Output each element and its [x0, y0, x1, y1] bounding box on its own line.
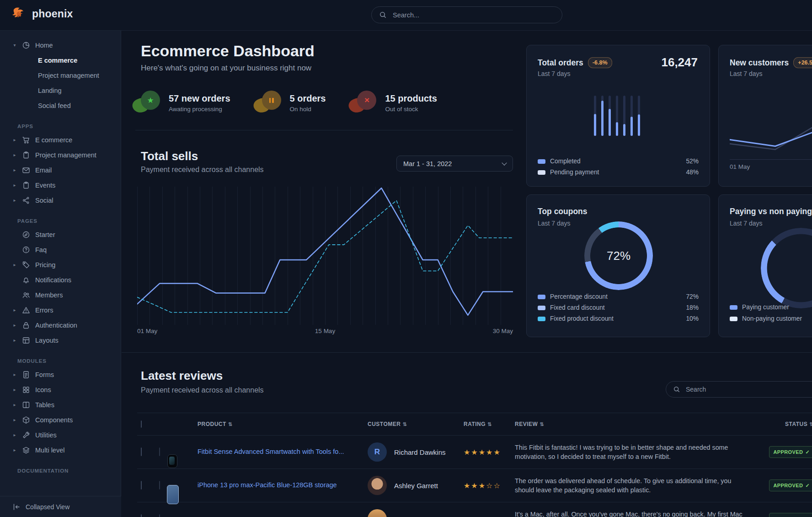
brand-name: phoenix — [32, 8, 73, 20]
legend-paying-customer: Paying customer — [730, 304, 789, 311]
row-checkbox[interactable] — [141, 514, 142, 517]
row-checkbox[interactable] — [141, 447, 142, 456]
chevron-right-icon: ▸ — [12, 432, 17, 437]
tag-icon — [22, 261, 30, 269]
sidebar-item-utilities[interactable]: ▸ Utilities — [0, 427, 121, 442]
card-period: Last 7 days — [730, 70, 763, 77]
chevron-right-icon: ▸ — [12, 137, 17, 142]
sidebar-item-notifications[interactable]: Notifications — [0, 272, 121, 287]
sidebar-item-e-commerce-dashboard[interactable]: E commerce — [0, 53, 121, 68]
reviews-search-input[interactable] — [685, 385, 812, 393]
card-title: Paying vs non paying — [730, 207, 812, 216]
bell-icon — [22, 276, 30, 284]
sidebar-item-layouts[interactable]: ▸ Layouts — [0, 333, 121, 348]
reviews-search[interactable] — [666, 381, 812, 398]
product-link[interactable]: Fitbit Sense Advanced Smartwatch with To… — [198, 447, 368, 457]
sort-icon: ⇅ — [402, 421, 407, 427]
sidebar-item-social[interactable]: ▸ Social — [0, 193, 121, 208]
date-range-select[interactable]: Mar 1 - 31, 2022 — [396, 156, 513, 172]
sidebar-item-multi-level[interactable]: ▸ Multi level — [0, 442, 121, 458]
paying-donut-chart — [761, 228, 812, 308]
column-header-customer[interactable]: CUSTOMER⇅ — [368, 421, 464, 427]
sidebar-item-home[interactable]: ▾ Home — [0, 38, 121, 53]
sidebar-item-starter[interactable]: Starter — [0, 227, 121, 242]
ecommerce-dashboard-app: { "brand": {"name": "phoenix"}, "topnav"… — [0, 0, 812, 517]
legend-pending: Pending payment 48% — [538, 169, 699, 176]
stat-caption: On hold — [290, 106, 326, 113]
sidebar-item-members[interactable]: Members — [0, 287, 121, 302]
sidebar-item-label: Faq — [35, 246, 47, 253]
stat-out-of-stock: × 15 products Out of stock — [355, 91, 437, 114]
sidebar-item-project-management-app[interactable]: ▸ Project management — [0, 147, 121, 162]
sidebar-item-events[interactable]: ▸ Events — [0, 178, 121, 193]
clipboard-icon — [22, 181, 30, 189]
top-coupons-card: Top coupons Last 7 days 72% Percentage d… — [526, 194, 710, 337]
rating-stars: ★★★★★ — [464, 448, 515, 457]
collapse-sidebar-button[interactable]: Collapsed View — [0, 496, 121, 517]
stat-caption: Awating processing — [169, 106, 230, 113]
mail-icon — [22, 166, 30, 174]
brand[interactable]: phoenix — [12, 6, 73, 21]
sidebar-item-ecommerce-app[interactable]: ▸ E commerce — [0, 132, 121, 147]
row-checkbox[interactable] — [141, 481, 142, 490]
avatar[interactable] — [368, 476, 387, 495]
chevron-right-icon: ▸ — [12, 338, 17, 343]
column-header-review[interactable]: REVIEW⇅ — [515, 421, 765, 427]
sidebar-item-social-feed[interactable]: Social feed — [0, 98, 121, 113]
sidebar-item-authentication[interactable]: ▸ Authentication — [0, 318, 121, 333]
product-thumbnail-fitbit[interactable] — [159, 447, 160, 456]
column-header-product[interactable]: PRODUCT⇅ — [198, 421, 368, 427]
global-search[interactable] — [371, 6, 562, 23]
sidebar-item-faq[interactable]: Faq — [0, 242, 121, 257]
column-header-rating[interactable]: RATING⇅ — [464, 421, 515, 427]
x-tick: 15 May — [315, 328, 335, 334]
sidebar-item-label: Authentication — [35, 322, 77, 329]
review-text: This Fitbit is fantastic! I was trying t… — [515, 443, 765, 461]
product-link[interactable]: iPhone 13 pro max-Pacific Blue-128GB sto… — [198, 481, 368, 490]
sidebar-item-errors[interactable]: ▸ Errors — [0, 302, 121, 318]
sidebar-item-tables[interactable]: ▸ Tables — [0, 397, 121, 412]
donut-center-value: 72% — [584, 221, 653, 290]
sidebar: ▾ Home E commerce Project management Lan… — [0, 30, 121, 517]
legend-fixed-product-discount: Fixed product discount 10% — [538, 315, 699, 322]
sidebar-section-apps: APPS — [0, 124, 121, 129]
sidebar-item-label: Home — [35, 42, 53, 49]
sidebar-item-label: Forms — [35, 371, 54, 378]
sidebar-item-components[interactable]: ▸ Components — [0, 412, 121, 427]
paying-vs-non-paying-card: Paying vs non paying Last 7 days Paying … — [718, 194, 812, 337]
trend-badge: -6.8% — [588, 57, 612, 68]
sort-icon: ⇅ — [809, 421, 812, 427]
product-thumbnail-iphone[interactable] — [159, 481, 160, 490]
total-orders-value: 16,247 — [661, 55, 698, 70]
sidebar-item-landing[interactable]: Landing — [0, 83, 121, 98]
layers-icon — [22, 446, 30, 454]
chevron-right-icon: ▸ — [12, 307, 17, 312]
avatar[interactable]: R — [368, 442, 387, 462]
sidebar-item-label: Components — [35, 416, 73, 424]
avatar[interactable] — [368, 509, 387, 517]
order-stats: ★ 57 new orders Awating processing 5 ord… — [139, 91, 437, 114]
collapse-label: Collapsed View — [26, 503, 69, 511]
global-search-input[interactable] — [392, 11, 555, 19]
card-title: Total orders — [538, 58, 583, 68]
customer-cell — [368, 509, 464, 517]
sidebar-item-label: Pricing — [35, 261, 55, 269]
sidebar-item-forms[interactable]: ▸ Forms — [0, 367, 121, 382]
sidebar-item-label: Members — [35, 291, 63, 299]
select-all-checkbox[interactable] — [141, 420, 142, 428]
sidebar-item-icons[interactable]: ▸ Icons — [0, 382, 121, 397]
search-icon — [673, 386, 680, 393]
stat-orders-on-hold: 5 orders On hold — [260, 91, 326, 114]
card-title: Top coupons — [538, 207, 588, 216]
customer-name: Ashley Garrett — [394, 482, 438, 490]
grid-icon — [22, 386, 30, 394]
sidebar-item-project-management-dashboard[interactable]: Project management — [0, 68, 121, 83]
sidebar-item-label: Email — [35, 167, 52, 174]
column-header-status[interactable]: STATUS⇅ — [765, 421, 812, 427]
stat-headline: 5 orders — [290, 91, 326, 103]
legend-value: 72% — [686, 293, 699, 300]
sidebar-item-pricing[interactable]: ▸ Pricing — [0, 257, 121, 272]
sidebar-item-email[interactable]: ▸ Email — [0, 162, 121, 178]
product-thumbnail-imac[interactable] — [159, 514, 160, 517]
total-sells-title: Total sells — [141, 149, 198, 163]
